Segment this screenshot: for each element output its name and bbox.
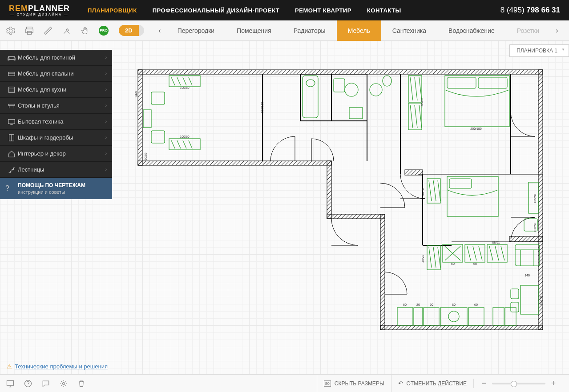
panel-label: Столы и стулья — [18, 102, 105, 109]
svg-text:40/70: 40/70 — [421, 188, 424, 196]
tab-sockets[interactable]: Розетки — [506, 20, 550, 41]
svg-rect-78 — [440, 308, 467, 325]
tab-water[interactable]: Водоснабжение — [437, 20, 506, 41]
print-icon[interactable] — [24, 25, 35, 36]
gear-icon[interactable] — [59, 379, 69, 388]
view-2d-button[interactable]: 2D — [119, 25, 139, 36]
panel-stairs[interactable]: Лестницы › — [0, 162, 112, 178]
furniture-side-panel: Мебель для гостиной › Мебель для спальни… — [0, 50, 112, 199]
tv-icon — [5, 118, 18, 126]
sofa-icon — [5, 54, 18, 62]
plan-selector[interactable]: ПЛАНИРОВКА 1 — [509, 44, 569, 57]
chat-icon[interactable] — [41, 379, 51, 388]
bottom-icons — [5, 379, 86, 388]
panel-decor[interactable]: Интерьер и декор › — [0, 146, 112, 162]
panel-label: Бытовая техника — [18, 118, 105, 125]
tab-furniture[interactable]: Мебель — [337, 20, 381, 41]
pro-badge[interactable]: PRO — [99, 26, 109, 36]
nav-design[interactable]: ПРОФЕССИОНАЛЬНЫЙ ДИЗАЙН-ПРОЕКТ — [153, 7, 279, 14]
svg-text:200/110: 200/110 — [261, 102, 264, 113]
chevron-right-icon: › — [105, 55, 107, 60]
svg-rect-75 — [397, 308, 413, 325]
svg-rect-19 — [138, 70, 543, 74]
svg-rect-46 — [303, 76, 318, 118]
svg-rect-20 — [138, 70, 142, 165]
phone-main: 798 66 31 — [526, 6, 560, 14]
tab-rooms[interactable]: Помещения — [226, 20, 282, 41]
zoom-out-button[interactable]: − — [480, 379, 488, 388]
dimension-badge: 80 — [324, 380, 331, 387]
view-3d-button[interactable]: 3D — [139, 25, 144, 36]
wardrobe-icon — [5, 134, 18, 142]
floorplan[interactable]: 100/60 100/60 60/66 94/5 200/110 165/68 … — [133, 68, 547, 334]
svg-point-52 — [383, 76, 391, 86]
phone-number[interactable]: 8 (495) 798 66 31 — [500, 6, 560, 15]
chevron-right-icon: › — [105, 135, 107, 140]
tab-plumbing[interactable]: Сантехника — [381, 20, 437, 41]
svg-rect-59 — [449, 179, 472, 188]
zoom-slider[interactable] — [492, 383, 545, 384]
undo-button[interactable]: ↶ ОТМЕНИТЬ ДЕЙСТВИЕ — [391, 375, 473, 392]
svg-rect-54 — [447, 77, 476, 88]
help-subtitle: инструкции и советы — [18, 189, 107, 195]
tools-icon[interactable] — [61, 25, 72, 36]
canvas-area[interactable]: Мебель для гостиной › Мебель для спальни… — [0, 41, 569, 374]
tab-next-icon[interactable]: › — [550, 27, 564, 35]
trash-icon[interactable] — [77, 379, 86, 388]
panel-kitchen[interactable]: Мебель для кухни › — [0, 82, 112, 98]
chevron-right-icon: › — [105, 167, 107, 172]
nav-planner[interactable]: ПЛАНИРОВЩИК — [88, 7, 137, 14]
panel-bedroom[interactable]: Мебель для спальни › — [0, 66, 112, 82]
svg-rect-76 — [414, 308, 423, 325]
panel-living-room[interactable]: Мебель для гостиной › — [0, 50, 112, 66]
undo-icon: ↶ — [398, 380, 403, 387]
svg-rect-25 — [380, 325, 543, 330]
top-header: REMPLANNER — СТУДИЯ ДИЗАЙНА — ПЛАНИРОВЩИ… — [0, 0, 569, 20]
panel-tables[interactable]: Столы и стулья › — [0, 98, 112, 114]
svg-rect-73 — [511, 302, 519, 312]
svg-text:130/50: 130/50 — [533, 223, 537, 232]
help-icon[interactable] — [23, 379, 33, 388]
ruler-icon[interactable] — [43, 25, 53, 36]
svg-text:60: 60 — [430, 303, 433, 306]
svg-rect-1 — [26, 29, 33, 32]
svg-text:40/70: 40/70 — [421, 255, 424, 263]
phone-prefix: 8 (495) — [500, 6, 527, 14]
svg-rect-72 — [511, 289, 519, 299]
table-icon — [5, 102, 18, 110]
view-toggle: 2D 3D — [119, 25, 144, 36]
svg-text:60: 60 — [403, 303, 407, 306]
zoom-control: − + — [473, 379, 564, 388]
svg-rect-48 — [334, 79, 345, 92]
hide-sizes-button[interactable]: 80 СКРЫТЬ РАЗМЕРЫ — [317, 375, 391, 392]
svg-rect-27 — [509, 236, 543, 242]
tab-radiators[interactable]: Радиаторы — [282, 20, 337, 41]
panel-help[interactable]: ? ПОМОЩЬ ПО ЧЕРТЕЖАМ инструкции и советы — [0, 178, 112, 199]
tab-prev-icon[interactable]: ‹ — [153, 27, 166, 35]
hand-icon[interactable] — [80, 25, 91, 36]
svg-point-49 — [345, 83, 358, 96]
nav-renovation[interactable]: РЕМОНТ КВАРТИР — [295, 7, 351, 14]
settings-icon[interactable] — [5, 25, 16, 36]
tab-partitions[interactable]: Перегородки — [166, 20, 226, 41]
svg-text:94/5: 94/5 — [134, 91, 137, 97]
panel-wardrobes[interactable]: Шкафы и гардеробы › — [0, 130, 112, 146]
svg-rect-80 — [468, 308, 484, 325]
panel-appliances[interactable]: Бытовая техника › — [0, 114, 112, 130]
logo[interactable]: REMPLANNER — СТУДИЯ ДИЗАЙНА — — [9, 4, 70, 16]
warning-icon: ⚠ — [7, 363, 12, 370]
bed-icon — [5, 70, 18, 78]
panel-label: Мебель для спальни — [18, 70, 105, 77]
svg-rect-22 — [327, 161, 331, 219]
tech-issues-link[interactable]: ⚠ Технические проблемы и решения — [7, 363, 108, 370]
panel-label: Шкафы и гардеробы — [18, 134, 105, 141]
chevron-right-icon: › — [105, 87, 107, 92]
tech-link-text: Технические проблемы и решения — [15, 363, 108, 370]
svg-text:60/66: 60/66 — [144, 152, 147, 160]
svg-rect-11 — [8, 104, 15, 105]
zoom-in-button[interactable]: + — [550, 379, 557, 388]
screen-icon[interactable] — [5, 379, 15, 388]
svg-text:88/51: 88/51 — [492, 241, 500, 244]
nav-contacts[interactable]: КОНТАКТЫ — [367, 7, 401, 14]
panel-label: Мебель для гостиной — [18, 54, 105, 61]
